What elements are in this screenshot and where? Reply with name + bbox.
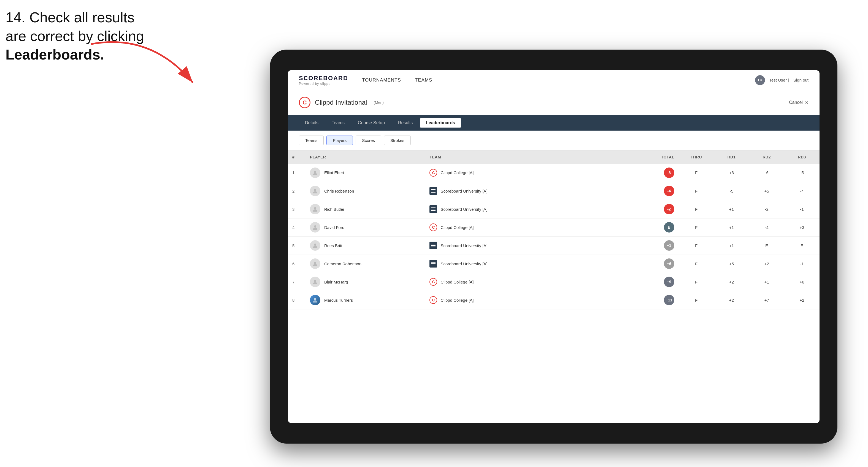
team-icon-su bbox=[430, 242, 437, 249]
player-name: Rees Britt bbox=[324, 243, 342, 248]
team-icon-su bbox=[430, 260, 437, 268]
tab-course-setup[interactable]: Course Setup bbox=[352, 118, 391, 128]
cell-team: Scoreboard University [A] bbox=[425, 237, 622, 255]
cell-player: Elliot Ebert bbox=[306, 164, 425, 182]
table-row: 7Blair McHargCClippd College [A]+9F+2+1+… bbox=[288, 273, 819, 291]
cell-rank: 1 bbox=[288, 164, 306, 182]
cell-thru: F bbox=[679, 182, 714, 200]
total-badge: +11 bbox=[664, 295, 674, 305]
team-icon-su bbox=[430, 205, 437, 213]
col-total: TOTAL bbox=[622, 150, 679, 164]
logo-area: SCOREBOARD Powered by clippd bbox=[299, 75, 348, 86]
svg-point-1 bbox=[314, 171, 316, 173]
player-name: Cameron Robertson bbox=[324, 261, 362, 266]
team-name: Clippd College [A] bbox=[440, 170, 473, 175]
logo-sub: Powered by clippd bbox=[299, 82, 348, 86]
tab-results[interactable]: Results bbox=[392, 118, 419, 128]
col-player: PLAYER bbox=[306, 150, 425, 164]
cell-team: Scoreboard University [A] bbox=[425, 255, 622, 273]
cell-player: Rees Britt bbox=[306, 237, 425, 255]
cell-total: +11 bbox=[622, 291, 679, 309]
leaderboard-table: # PLAYER TEAM TOTAL THRU RD1 RD2 RD3 1El… bbox=[288, 150, 819, 309]
tournament-badge: (Men) bbox=[374, 100, 384, 105]
close-icon: ✕ bbox=[805, 100, 808, 105]
cell-rank: 2 bbox=[288, 182, 306, 200]
cell-thru: F bbox=[679, 291, 714, 309]
nav-right: TU Test User | Sign out bbox=[755, 75, 808, 85]
tab-bar: Details Teams Course Setup Results Leade… bbox=[288, 115, 819, 131]
nav-tournaments[interactable]: TOURNAMENTS bbox=[362, 77, 401, 83]
total-badge: -4 bbox=[664, 186, 674, 196]
cell-rd3: -4 bbox=[784, 182, 819, 200]
team-icon-clippd: C bbox=[430, 278, 437, 286]
total-badge: +6 bbox=[664, 258, 674, 269]
cell-rank: 7 bbox=[288, 273, 306, 291]
instruction-text: 14. Check all results are correct by cli… bbox=[5, 8, 144, 64]
filter-players[interactable]: Players bbox=[327, 135, 353, 145]
table-row: 4David FordCClippd College [A]EF+1-4+3 bbox=[288, 218, 819, 237]
tournament-name: Clippd Invitational bbox=[315, 99, 367, 106]
logo-text: SCOREBOARD bbox=[299, 75, 348, 82]
total-badge: +1 bbox=[664, 240, 674, 251]
filter-scores[interactable]: Scores bbox=[355, 135, 381, 145]
sign-out-link[interactable]: Sign out bbox=[793, 78, 808, 82]
total-badge: E bbox=[664, 222, 674, 232]
svg-point-8 bbox=[314, 298, 316, 300]
tournament-header: C Clippd Invitational (Men) Cancel ✕ bbox=[288, 90, 819, 115]
cell-rd2: +1 bbox=[749, 273, 784, 291]
cell-rd3: +6 bbox=[784, 273, 819, 291]
tab-leaderboards[interactable]: Leaderboards bbox=[420, 118, 461, 128]
cell-player: David Ford bbox=[306, 218, 425, 237]
cell-total: E bbox=[622, 218, 679, 237]
total-badge: -8 bbox=[664, 167, 674, 178]
col-rd1: RD1 bbox=[714, 150, 749, 164]
cell-player: Chris Robertson bbox=[306, 182, 425, 200]
cell-rd3: E bbox=[784, 237, 819, 255]
svg-point-2 bbox=[314, 189, 316, 191]
team-name: Clippd College [A] bbox=[440, 225, 473, 230]
cell-team: CClippd College [A] bbox=[425, 291, 622, 309]
player-name: Chris Robertson bbox=[324, 189, 354, 193]
svg-point-6 bbox=[314, 262, 316, 264]
filter-strokes[interactable]: Strokes bbox=[384, 135, 411, 145]
cell-rd2: -4 bbox=[749, 218, 784, 237]
cell-team: Scoreboard University [A] bbox=[425, 182, 622, 200]
cell-thru: F bbox=[679, 218, 714, 237]
team-name: Scoreboard University [A] bbox=[440, 261, 487, 266]
cell-rd1: +1 bbox=[714, 218, 749, 237]
filter-teams[interactable]: Teams bbox=[299, 135, 324, 145]
player-name: Marcus Turners bbox=[324, 298, 353, 303]
filter-bar: Teams Players Scores Strokes bbox=[288, 131, 819, 150]
cell-rd2: +5 bbox=[749, 182, 784, 200]
cell-rank: 5 bbox=[288, 237, 306, 255]
table-header: # PLAYER TEAM TOTAL THRU RD1 RD2 RD3 bbox=[288, 150, 819, 164]
tablet-frame: SCOREBOARD Powered by clippd TOURNAMENTS… bbox=[270, 50, 837, 443]
table-row: 6Cameron RobertsonScoreboard University … bbox=[288, 255, 819, 273]
cell-total: +9 bbox=[622, 273, 679, 291]
col-thru: THRU bbox=[679, 150, 714, 164]
cell-team: Scoreboard University [A] bbox=[425, 200, 622, 218]
tab-teams[interactable]: Teams bbox=[326, 118, 351, 128]
cell-rd2: E bbox=[749, 237, 784, 255]
cell-rd1: +1 bbox=[714, 200, 749, 218]
tournament-icon: C bbox=[299, 97, 310, 108]
col-rd2: RD2 bbox=[749, 150, 784, 164]
cancel-button[interactable]: Cancel ✕ bbox=[789, 100, 808, 105]
player-name: David Ford bbox=[324, 225, 344, 230]
player-avatar bbox=[310, 222, 320, 232]
cell-player: Cameron Robertson bbox=[306, 255, 425, 273]
navbar: SCOREBOARD Powered by clippd TOURNAMENTS… bbox=[288, 70, 819, 90]
player-name: Rich Butler bbox=[324, 207, 344, 212]
svg-point-4 bbox=[314, 225, 316, 227]
cell-rd2: +2 bbox=[749, 255, 784, 273]
svg-point-7 bbox=[314, 280, 316, 282]
table-body: 1Elliot EbertCClippd College [A]-8F+3-6-… bbox=[288, 164, 819, 309]
cell-player: Blair McHarg bbox=[306, 273, 425, 291]
cell-team: CClippd College [A] bbox=[425, 273, 622, 291]
leaderboard-table-wrapper: # PLAYER TEAM TOTAL THRU RD1 RD2 RD3 1El… bbox=[288, 150, 819, 423]
cell-rd3: -5 bbox=[784, 164, 819, 182]
player-avatar bbox=[310, 204, 320, 214]
tab-details[interactable]: Details bbox=[299, 118, 324, 128]
nav-teams[interactable]: TEAMS bbox=[415, 77, 433, 83]
cell-total: -4 bbox=[622, 182, 679, 200]
